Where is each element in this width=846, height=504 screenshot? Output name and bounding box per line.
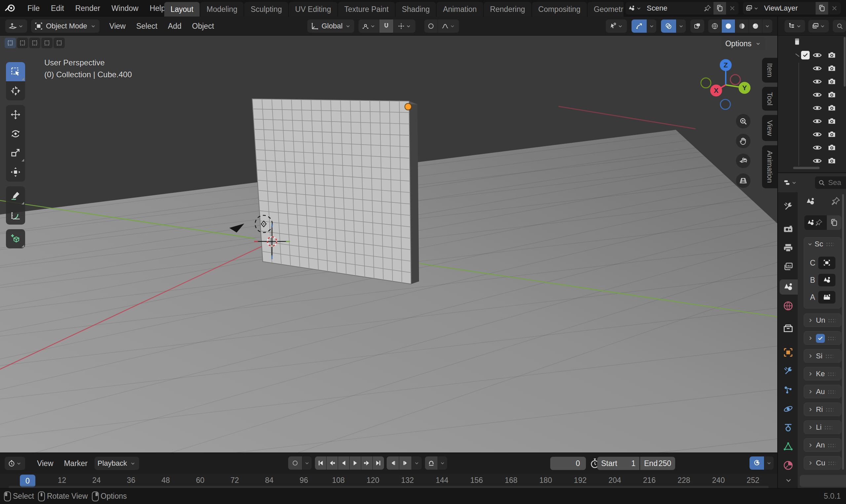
hide-eye-toggle[interactable] [812, 103, 822, 113]
editor-type-button[interactable] [780, 176, 800, 189]
panel-ke[interactable]: Ke [804, 367, 841, 380]
hide-eye-toggle[interactable] [812, 50, 822, 60]
hide-eye-toggle[interactable] [812, 64, 822, 73]
overlays-dropdown[interactable] [676, 19, 686, 33]
shading-wireframe-button[interactable] [708, 19, 721, 33]
transform-orientation-dropdown[interactable]: Global [307, 19, 354, 33]
viewport-zoom-button[interactable] [736, 114, 751, 128]
drag-dots-icon[interactable] [826, 242, 834, 246]
npanel-tab-animation[interactable]: Animation [762, 145, 777, 188]
hide-eye-toggle[interactable] [812, 77, 822, 87]
keying-dropdown[interactable] [302, 456, 312, 470]
auto-keying-toggle[interactable] [288, 456, 302, 470]
panel-si[interactable]: Si [804, 349, 841, 363]
timeline-ruler[interactable]: 1224364860728496108120132144156168180192… [0, 474, 777, 489]
workspace-tab-uv-editing[interactable]: UV Editing [289, 2, 337, 17]
render-visibility-toggle[interactable] [827, 143, 837, 152]
hide-eye-toggle[interactable] [812, 129, 822, 139]
properties-tab-collection[interactable] [782, 323, 794, 334]
scene-name[interactable]: Scene [644, 4, 702, 13]
select-mode-invert-button[interactable] [41, 38, 53, 48]
sync-dropdown[interactable] [764, 456, 774, 470]
workspace-tab-rendering[interactable]: Rendering [484, 2, 531, 17]
viewlayer-selector[interactable]: ViewLayer [743, 2, 841, 15]
render-visibility-toggle[interactable] [827, 50, 837, 60]
outliner-row[interactable] [778, 35, 846, 48]
outliner-row[interactable] [778, 89, 846, 101]
new-scene-button[interactable] [713, 2, 726, 15]
duplicate-icon[interactable] [827, 215, 841, 230]
workspace-tab-layout[interactable]: Layout [164, 2, 199, 17]
playback-dropdown[interactable]: Playback [94, 457, 139, 470]
hide-eye-toggle[interactable] [812, 90, 822, 100]
hide-eye-toggle[interactable] [812, 156, 822, 166]
hide-eye-toggle[interactable] [812, 116, 822, 126]
playhead[interactable]: 0 [20, 474, 35, 487]
viewport-camera-view-button[interactable] [736, 154, 751, 168]
scene-selector[interactable]: Scene [625, 2, 739, 15]
shading-solid-button[interactable] [722, 19, 735, 33]
shading-dropdown[interactable] [762, 19, 772, 33]
search-icon[interactable] [833, 20, 846, 32]
properties-editor[interactable]: Sea Sc CBAUnSiKeAuRiLiAnCu [777, 173, 846, 488]
outliner-h-scrollbar[interactable] [793, 167, 819, 169]
properties-tab-tool[interactable] [782, 201, 794, 212]
properties-tab-particles[interactable] [782, 384, 794, 396]
viewlayer-name[interactable]: ViewLayer [761, 4, 816, 13]
preview-range-dropdown[interactable] [438, 456, 447, 470]
frame-forward-button[interactable] [399, 456, 411, 470]
disclosure-icon[interactable] [795, 54, 799, 57]
show-object-types-dropdown[interactable] [606, 19, 627, 33]
outliner-display-mode-dropdown[interactable] [785, 20, 805, 32]
workspace-tab-compositing[interactable]: Compositing [532, 2, 587, 17]
search-input[interactable]: Sea [815, 176, 846, 189]
workspace-tab-animation[interactable]: Animation [437, 2, 483, 17]
new-viewlayer-button[interactable] [816, 2, 828, 15]
jump-start-button[interactable] [315, 456, 326, 470]
outliner-row[interactable] [778, 115, 846, 127]
npanel-tab-tool[interactable]: Tool [762, 87, 777, 111]
properties-v-scrollbar[interactable] [842, 194, 844, 470]
options-button[interactable]: Options [721, 37, 765, 50]
tool-measure-button[interactable] [6, 205, 25, 224]
collection-checkbox[interactable] [801, 51, 810, 59]
editor-type-button[interactable] [5, 19, 27, 33]
timeline-menu-view[interactable]: View [32, 459, 58, 468]
shading-rendered-button[interactable] [749, 19, 762, 33]
workspace-tab-sculpting[interactable]: Sculpting [244, 2, 288, 17]
properties-tab-physics[interactable] [782, 403, 794, 414]
workspace-tab-texture-paint[interactable]: Texture Paint [338, 2, 395, 17]
outliner-row[interactable] [778, 128, 846, 141]
properties-tab-view-layer[interactable] [782, 261, 794, 272]
preview-range-toggle[interactable] [425, 456, 438, 470]
scene-canvas[interactable] [0, 36, 777, 452]
navigation-gizmo[interactable]: ZYX [699, 58, 752, 111]
tool-scale-button[interactable] [6, 143, 25, 162]
panel-ri[interactable]: Ri [804, 402, 841, 416]
select-mode-intersect-button[interactable] [54, 38, 65, 48]
outliner-row[interactable] [778, 75, 846, 88]
outliner-row[interactable] [778, 62, 846, 75]
object-origin[interactable] [405, 103, 411, 110]
sync-playhead-toggle[interactable] [750, 456, 764, 470]
viewport-orthographic-button[interactable] [736, 174, 751, 188]
render-visibility-toggle[interactable] [827, 129, 837, 139]
timeline-scrollbar[interactable] [8, 486, 769, 488]
render-visibility-toggle[interactable] [827, 103, 837, 113]
panel-an[interactable]: An [804, 438, 841, 452]
timeline[interactable]: ViewMarker Playback 0 Start 1 End [0, 452, 777, 488]
snap-toggle-magnet-icon[interactable] [380, 19, 393, 33]
properties-tab-world[interactable] [782, 300, 794, 311]
tool-cursor-button[interactable] [6, 81, 25, 101]
outliner-row[interactable] [778, 141, 846, 154]
outliner-v-scrollbar[interactable] [844, 37, 846, 87]
viewport-menu-select[interactable]: Select [131, 22, 163, 31]
proportional-editing-toggle[interactable] [424, 19, 438, 33]
gizmo-dropdown[interactable] [647, 19, 656, 33]
outliner-row[interactable] [778, 49, 846, 61]
pin-icon[interactable] [815, 219, 823, 227]
viewport-pan-button[interactable] [736, 134, 751, 148]
prev-keyframe-button[interactable] [327, 456, 338, 470]
play-reverse-button[interactable] [338, 456, 349, 470]
tool-move-button[interactable] [6, 105, 25, 124]
